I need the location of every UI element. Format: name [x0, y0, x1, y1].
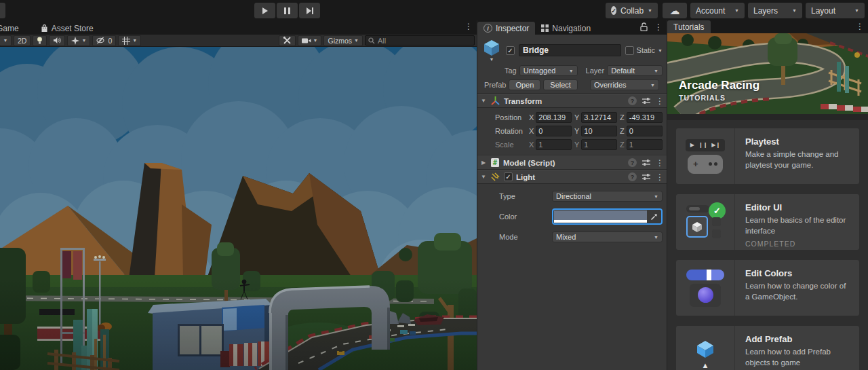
playtest-card-icon: ▶❙❙▶❙ +	[676, 128, 735, 184]
presets-icon[interactable]	[642, 97, 650, 105]
foldout-closed-icon[interactable]: ▶	[480, 160, 487, 166]
grid-dropdown-button[interactable]: ▼	[118, 35, 141, 46]
light-color-field[interactable]	[552, 208, 663, 225]
audio-toggle-button[interactable]	[49, 35, 65, 46]
hidden-objects-button[interactable]: 0	[92, 35, 116, 46]
component-menu-icon[interactable]: ⋮	[656, 173, 664, 181]
tutorial-card-add-prefab[interactable]: ▲ Add Prefab Learn how to add Prefab obj…	[676, 326, 859, 370]
rotation-y-field[interactable]: 10	[581, 126, 617, 136]
play-button[interactable]	[254, 3, 275, 18]
2d-toggle-button[interactable]: 2D	[14, 35, 31, 46]
check-icon: ✓	[505, 173, 511, 181]
component-menu-icon[interactable]: ⋮	[656, 97, 664, 105]
step-icon	[307, 7, 313, 14]
tutorials-header-image	[667, 33, 868, 114]
grid-icon	[122, 37, 130, 45]
active-checkbox[interactable]: ✓	[506, 46, 515, 55]
component-menu-icon[interactable]: ⋮	[656, 159, 664, 167]
collab-dropdown[interactable]: ✓ Collab ▼	[606, 3, 658, 18]
draw-mode-dropdown-clipped[interactable]: ▼	[0, 35, 12, 46]
position-x-field[interactable]: 208.139	[536, 112, 572, 123]
scale-z-field[interactable]: 1	[627, 139, 663, 150]
position-z-field[interactable]: -49.319	[627, 112, 663, 123]
presets-icon[interactable]	[642, 173, 650, 181]
game-panel-menu-icon[interactable]: ⋮	[465, 22, 473, 31]
tab-tutorials[interactable]: Tutorials	[667, 20, 711, 33]
foldout-open-icon[interactable]: ▼	[480, 98, 487, 104]
color-label: Color	[481, 212, 552, 221]
light-type-dropdown[interactable]: Directional ▼	[552, 191, 663, 202]
layer-dropdown[interactable]: Default ▼	[607, 65, 663, 76]
tab-game[interactable]: Game	[0, 22, 25, 35]
effects-dropdown-button[interactable]: ▼	[67, 35, 90, 46]
tutorials-menu-icon[interactable]: ⋮	[856, 22, 864, 31]
static-label: Static	[637, 46, 656, 54]
scale-x-field[interactable]: 1	[536, 139, 572, 150]
pause-button[interactable]	[277, 3, 298, 18]
help-icon[interactable]: ?	[628, 172, 637, 181]
step-button[interactable]	[299, 3, 320, 18]
game-viewport[interactable]	[0, 47, 477, 370]
overrides-dropdown[interactable]: Overrides ▼	[590, 79, 659, 90]
overrides-label: Overrides	[594, 81, 627, 89]
2d-label: 2D	[18, 37, 26, 45]
static-checkbox[interactable]	[625, 46, 634, 55]
foldout-open-icon[interactable]: ▼	[480, 174, 487, 180]
gizmos-dropdown-button[interactable]: Gizmos ▼	[323, 35, 363, 46]
transform-icon	[490, 96, 500, 106]
script-icon: #	[490, 158, 500, 168]
light-header[interactable]: ▼ ✓ Light ? ⋮	[477, 170, 667, 184]
light-bulb-icon	[37, 37, 43, 45]
help-icon[interactable]: ?	[628, 96, 637, 105]
rotation-label: Rotation	[477, 127, 526, 135]
light-enabled-checkbox[interactable]: ✓	[504, 172, 513, 181]
chevron-down-icon: ▼	[654, 194, 658, 199]
tag-dropdown[interactable]: Untagged ▼	[519, 65, 578, 76]
layout-dropdown[interactable]: Layout ▼	[806, 3, 865, 18]
help-icon[interactable]: ?	[628, 158, 637, 167]
transform-header[interactable]: ▼ Transform ? ⋮	[477, 94, 667, 108]
inspector-menu-icon[interactable]: ⋮	[654, 23, 663, 31]
hidden-count: 0	[108, 37, 112, 45]
static-control[interactable]: Static ▼	[625, 46, 663, 55]
gameobject-icon-wrap[interactable]: ▼	[481, 39, 502, 62]
transform-tool-button-clipped[interactable]	[0, 3, 5, 18]
mode-value: Mixed	[556, 233, 576, 241]
tab-asset-store[interactable]: Asset Store	[35, 22, 100, 35]
card-title: Editor UI	[745, 202, 851, 212]
speaker-icon	[53, 37, 61, 44]
light-icon	[490, 172, 500, 182]
light-color-row: Color	[481, 207, 663, 226]
tutorial-card-playtest[interactable]: ▶❙❙▶❙ + Playtest Make a simple change an…	[676, 128, 859, 184]
presets-icon[interactable]	[642, 159, 650, 166]
tutorial-card-editor-ui[interactable]: ✓ Editor UI Learn the basics of the edit…	[676, 194, 859, 250]
pause-icon	[284, 7, 290, 14]
name-field[interactable]: Bridge	[519, 44, 621, 56]
prefab-open-button[interactable]: Open	[509, 79, 540, 90]
cloud-button[interactable]: ☁	[663, 3, 687, 18]
tab-navigation[interactable]: Navigation	[535, 22, 597, 35]
model-script-header[interactable]: ▶ # Model (Script) ? ⋮	[477, 155, 667, 170]
chevron-down-icon: ▼	[792, 8, 797, 13]
rotation-x-field[interactable]: 0	[536, 126, 572, 136]
account-dropdown[interactable]: Account ▼	[690, 3, 745, 18]
lock-open-icon[interactable]	[640, 22, 648, 31]
tutorial-card-edit-colors[interactable]: Edit Colors Learn how to change color of…	[676, 260, 859, 316]
check-icon: ✓	[507, 47, 513, 54]
camera-dropdown-button[interactable]: ▼	[298, 35, 322, 46]
scale-y-field[interactable]: 1	[581, 139, 617, 150]
scene-search-input[interactable]: All	[365, 35, 475, 45]
prefab-select-button[interactable]: Select	[543, 79, 578, 90]
lighting-toggle-button[interactable]	[33, 35, 47, 46]
tab-inspector[interactable]: i Inspector	[477, 22, 535, 35]
tools-settings-button[interactable]	[279, 35, 296, 46]
position-y-field[interactable]: 3.12714	[581, 112, 617, 123]
rotation-z-field[interactable]: 0	[627, 126, 663, 136]
inspector-panel: i Inspector Navigation ⋮	[477, 20, 667, 370]
card-description: Make a simple change and playtest your g…	[745, 149, 851, 170]
eyedropper-button[interactable]	[647, 210, 660, 223]
chevron-down-icon: ▼	[734, 8, 739, 13]
prefab-label: Prefab	[484, 81, 506, 89]
layers-dropdown[interactable]: Layers ▼	[748, 3, 802, 18]
light-mode-dropdown[interactable]: Mixed ▼	[552, 232, 663, 242]
